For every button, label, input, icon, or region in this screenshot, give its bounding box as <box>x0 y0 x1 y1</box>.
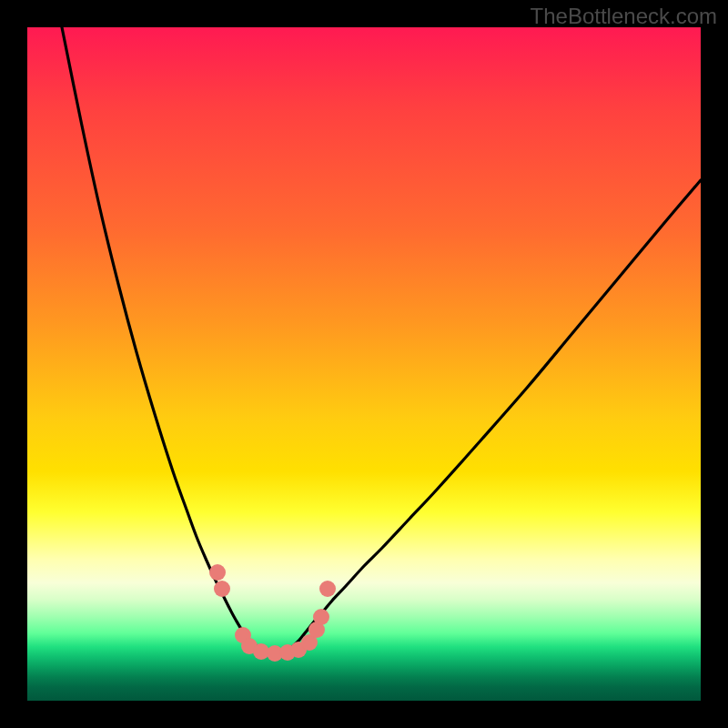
data-dot <box>319 581 336 597</box>
data-dot <box>214 581 230 597</box>
plot-area <box>27 27 701 701</box>
data-dots-group <box>209 564 336 662</box>
data-dot <box>313 609 329 625</box>
curves-layer <box>27 27 701 701</box>
chart-frame: TheBottleneck.com <box>0 0 728 728</box>
right-bottleneck-curve <box>291 180 701 648</box>
watermark-text: TheBottleneck.com <box>531 4 717 29</box>
left-bottleneck-curve <box>62 27 264 652</box>
data-dot <box>209 564 226 581</box>
